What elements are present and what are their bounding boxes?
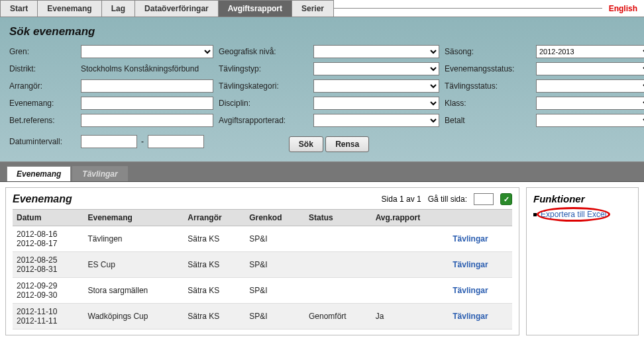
table-row: 2012-11-102012-11-11Wadköpings CupSätra … [13, 304, 512, 329]
label-datum: Datumintervall: [9, 137, 76, 146]
label-tavkat: Tävlingskategori: [219, 81, 308, 91]
results-title: Evenemang [13, 193, 72, 205]
cell-grenkod: SP&I [245, 226, 305, 252]
label-sasong: Säsong: [445, 47, 531, 56]
cell-avg: Ja [372, 304, 449, 329]
table-row: 2012-09-292012-09-30Stora sargmällenSätr… [13, 278, 512, 304]
cell-avg [372, 278, 449, 304]
input-date-from[interactable] [81, 135, 137, 148]
cell-grenkod: SP&I [245, 278, 305, 304]
label-avgrap: Avgiftsrapporterad: [219, 116, 308, 125]
select-tavkat[interactable] [313, 79, 439, 93]
th-arrangor: Arrangör [184, 210, 245, 226]
input-arrangor[interactable] [81, 79, 213, 93]
select-tavstatus[interactable] [536, 79, 644, 93]
tavlingar-link[interactable]: Tävlingar [453, 260, 488, 269]
main-nav: Start Evenemang Lag Dataöverföringar Avg… [0, 0, 644, 17]
cell-name: ES Cup [84, 252, 184, 278]
select-gren[interactable] [81, 45, 213, 58]
select-geoniva[interactable] [313, 45, 439, 58]
search-title: Sök evenemang [9, 25, 635, 38]
functions-title: Funktioner [533, 193, 631, 204]
label-klass: Klass: [445, 99, 531, 108]
label-betref: Bet.referens: [9, 116, 76, 125]
tavlingar-link[interactable]: Tävlingar [453, 286, 488, 295]
rensa-button[interactable]: Rensa [325, 136, 369, 152]
label-disciplin: Disciplin: [219, 99, 308, 108]
subtab-tavlingar[interactable]: Tävlingar [72, 166, 127, 181]
cell-arrangor: Sätra KS [184, 278, 245, 304]
cell-date: 2012-08-252012-08-31 [13, 252, 84, 278]
th-datum: Datum [13, 210, 84, 226]
functions-panel: Funktioner Exportera till Excel [526, 187, 639, 335]
label-distrikt: Distrikt: [9, 64, 76, 73]
goto-label: Gå till sida: [428, 195, 467, 204]
tavlingar-link[interactable]: Tävlingar [453, 312, 488, 321]
th-link [449, 210, 512, 226]
sok-button[interactable]: Sök [289, 136, 323, 152]
cell-date: 2012-09-292012-09-30 [13, 278, 84, 304]
cell-date: 2012-11-102012-11-11 [13, 304, 84, 329]
cell-avg [372, 226, 449, 252]
page-go-button[interactable]: ✓ [500, 193, 512, 205]
label-tavstatus: Tävlingsstatus: [445, 81, 531, 91]
input-betref[interactable] [81, 114, 213, 127]
nav-start[interactable]: Start [0, 0, 38, 17]
input-evenemang[interactable] [81, 97, 213, 110]
export-excel-link[interactable]: Exportera till Excel [541, 210, 606, 219]
tavlingar-link[interactable]: Tävlingar [453, 234, 488, 243]
results-table: Datum Evenemang Arrangör Grenkod Status … [13, 209, 512, 329]
label-gren: Gren: [9, 47, 76, 56]
label-arrangor: Arrangör: [9, 81, 76, 91]
select-disciplin[interactable] [313, 97, 439, 110]
subtab-evenemang[interactable]: Evenemang [7, 166, 71, 181]
cell-date: 2012-08-162012-08-17 [13, 226, 84, 252]
cell-grenkod: SP&I [245, 252, 305, 278]
search-panel: Sök evenemang Gren: Geografisk nivå: Säs… [0, 17, 644, 162]
th-avgrapport: Avg.rapport [372, 210, 449, 226]
select-tavtyp[interactable] [313, 62, 439, 75]
nav-avgiftsrapport[interactable]: Avgiftsrapport [218, 0, 292, 17]
cell-arrangor: Sätra KS [184, 226, 245, 252]
th-grenkod: Grenkod [245, 210, 305, 226]
select-klass[interactable] [536, 97, 644, 110]
cell-arrangor: Sätra KS [184, 304, 245, 329]
cell-arrangor: Sätra KS [184, 252, 245, 278]
value-distrikt: Stockholms Konståkningsförbund [81, 64, 213, 73]
select-evstatus[interactable] [536, 62, 644, 75]
select-avgrap[interactable] [313, 114, 439, 127]
label-evenemang: Evenemang: [9, 99, 76, 108]
cell-status: Genomfört [305, 304, 372, 329]
nav-dataoverforingar[interactable]: Dataöverföringar [134, 0, 219, 17]
cell-status [305, 226, 372, 252]
cell-name: Tävlingen [84, 226, 184, 252]
th-status: Status [305, 210, 372, 226]
table-row: 2012-08-252012-08-31ES CupSätra KSSP&ITä… [13, 252, 512, 278]
cell-name: Wadköpings Cup [84, 304, 184, 329]
cell-status [305, 278, 372, 304]
cell-avg [372, 252, 449, 278]
nav-lag[interactable]: Lag [101, 0, 135, 17]
label-geoniva: Geografisk nivå: [219, 47, 308, 56]
th-evenemang: Evenemang [84, 210, 184, 226]
page-info: Sida 1 av 1 [382, 195, 421, 204]
table-row: 2012-08-162012-08-17TävlingenSätra KSSP&… [13, 226, 512, 252]
sub-tabs: Evenemang Tävlingar [0, 162, 644, 182]
page-input[interactable] [474, 193, 494, 205]
nav-serier[interactable]: Serier [292, 0, 334, 17]
label-tavtyp: Tävlingstyp: [219, 64, 308, 73]
cell-status [305, 252, 372, 278]
cell-name: Stora sargmällen [84, 278, 184, 304]
input-date-to[interactable] [148, 135, 204, 148]
nav-evenemang[interactable]: Evenemang [37, 0, 101, 17]
cell-grenkod: SP&I [245, 304, 305, 329]
label-evstatus: Evenemangsstatus: [445, 64, 531, 73]
select-sasong[interactable]: 2012-2013 [536, 45, 644, 58]
language-toggle[interactable]: English [602, 1, 644, 17]
results-panel: Evenemang Sida 1 av 1 Gå till sida: ✓ Da… [5, 187, 519, 335]
label-betalt: Betalt [445, 116, 531, 125]
select-betalt[interactable] [536, 114, 644, 127]
